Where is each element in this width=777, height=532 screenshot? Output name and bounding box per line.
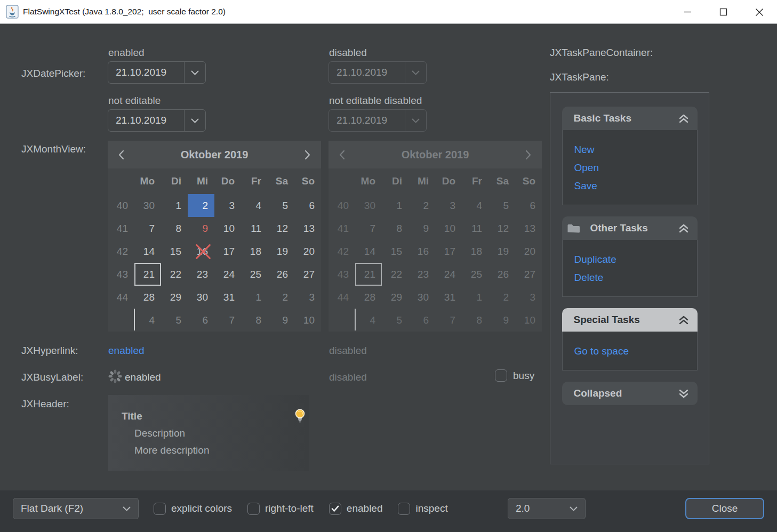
- day-cell[interactable]: 4: [241, 194, 268, 217]
- day-cell: 22: [382, 263, 408, 286]
- day-cell[interactable]: 4: [134, 309, 161, 332]
- theme-combobox[interactable]: Flat Dark (F2): [13, 498, 139, 519]
- double-chevron-down-icon[interactable]: [678, 389, 689, 398]
- taskpane-label: JXTaskPane:: [550, 71, 609, 83]
- week-number: 44: [329, 286, 355, 309]
- previous-month-icon[interactable]: [118, 150, 124, 160]
- task-link[interactable]: Duplicate: [574, 251, 697, 269]
- taskpane-header[interactable]: Special Tasks: [562, 308, 698, 332]
- application-window: FlatSwingXTest (Java 1.8.0_202; user sca…: [0, 0, 777, 532]
- close-window-button[interactable]: [741, 0, 777, 24]
- day-cell: 24: [435, 263, 462, 286]
- day-cell[interactable]: 20: [294, 240, 321, 263]
- day-cell[interactable]: 3: [294, 286, 321, 309]
- day-cell[interactable]: 24: [214, 263, 241, 286]
- taskpane-header[interactable]: Collapsed: [562, 382, 698, 405]
- day-cell[interactable]: 1: [161, 194, 188, 217]
- chevron-down-icon[interactable]: [184, 110, 205, 131]
- day-cell[interactable]: 18: [241, 240, 268, 263]
- day-cell[interactable]: 26: [268, 263, 294, 286]
- day-cell[interactable]: 27: [294, 263, 321, 286]
- day-cell[interactable]: 8: [161, 217, 188, 240]
- day-cell[interactable]: 9: [268, 309, 294, 332]
- titlebar[interactable]: FlatSwingXTest (Java 1.8.0_202; user sca…: [0, 0, 777, 24]
- day-cell[interactable]: 5: [161, 309, 188, 332]
- day-cell[interactable]: 30: [134, 194, 161, 217]
- checkbox-label: right-to-left: [265, 503, 314, 514]
- datepicker-enabled[interactable]: 21.10.2019: [108, 61, 206, 84]
- minimize-button[interactable]: [670, 0, 706, 24]
- day-cell[interactable]: 22: [161, 263, 188, 286]
- day-cell[interactable]: 17: [214, 240, 241, 263]
- task-link[interactable]: Go to space: [574, 342, 697, 360]
- day-cell[interactable]: 12: [268, 217, 294, 240]
- double-chevron-up-icon[interactable]: [678, 316, 689, 325]
- day-cell[interactable]: 15: [161, 240, 188, 263]
- day-cell[interactable]: 21: [134, 263, 161, 286]
- inspect-checkbox[interactable]: [398, 503, 410, 515]
- taskpane-title: Other Tasks: [590, 222, 678, 234]
- day-cell[interactable]: 28: [134, 286, 161, 309]
- chevron-down-icon[interactable]: [184, 62, 205, 83]
- day-cell[interactable]: 19: [268, 240, 294, 263]
- maximize-button[interactable]: [706, 0, 741, 24]
- next-month-icon[interactable]: [305, 150, 310, 160]
- day-cell[interactable]: 2: [268, 286, 294, 309]
- day-cell[interactable]: 3: [214, 194, 241, 217]
- day-cell[interactable]: 25: [241, 263, 268, 286]
- taskpane-header[interactable]: Other Tasks: [562, 216, 698, 240]
- day-cell[interactable]: 16: [188, 240, 214, 263]
- checkbox-label: enabled: [347, 503, 383, 514]
- day-cell[interactable]: 9: [188, 217, 214, 240]
- day-cell[interactable]: 6: [294, 194, 321, 217]
- day-cell: 17: [435, 240, 462, 263]
- day-cell[interactable]: 11: [241, 217, 268, 240]
- day-cell: 8: [382, 217, 408, 240]
- day-cell[interactable]: 1: [241, 286, 268, 309]
- previous-month-icon: [339, 150, 345, 160]
- day-cell: 11: [462, 217, 488, 240]
- hyperlink-enabled[interactable]: enabled: [108, 345, 145, 357]
- day-cell[interactable]: 2: [188, 194, 214, 217]
- day-cell: 27: [515, 263, 542, 286]
- date-value[interactable]: 21.10.2019: [108, 62, 184, 83]
- scale-combobox[interactable]: 2.0: [508, 498, 586, 519]
- busy-checkbox[interactable]: [495, 369, 507, 382]
- day-cell[interactable]: 10: [294, 309, 321, 332]
- close-button[interactable]: Close: [685, 498, 764, 519]
- monthview-enabled[interactable]: Oktober 2019MoDiMiDoFrSaSo40301234564178…: [108, 141, 321, 332]
- day-cell[interactable]: 6: [188, 309, 214, 332]
- busylabel-text: enabled: [125, 372, 161, 383]
- day-cell[interactable]: 31: [214, 286, 241, 309]
- task-link[interactable]: Open: [574, 159, 697, 177]
- weekday-label: Di: [161, 168, 188, 194]
- day-cell[interactable]: 30: [188, 286, 214, 309]
- theme-combobox-value: Flat Dark (F2): [21, 503, 83, 514]
- task-link[interactable]: Save: [574, 177, 697, 195]
- hyperlink-row-label: JXHyperlink:: [21, 345, 78, 357]
- weekday-header-row: MoDiMiDoFrSaSo: [329, 168, 542, 194]
- checkbox-group-enabled: enabled: [329, 503, 383, 515]
- datepicker-not-editable[interactable]: 21.10.2019: [108, 109, 206, 132]
- day-cell[interactable]: 10: [214, 217, 241, 240]
- day-cell[interactable]: 5: [268, 194, 294, 217]
- task-link[interactable]: Delete: [574, 269, 697, 287]
- calendar-week-row: 4030123456: [108, 194, 321, 217]
- task-link[interactable]: New: [574, 141, 697, 159]
- taskpane-title: Collapsed: [574, 388, 678, 399]
- day-cell[interactable]: 7: [134, 217, 161, 240]
- week-number: 44: [108, 286, 134, 309]
- day-cell[interactable]: 7: [214, 309, 241, 332]
- day-cell[interactable]: 13: [294, 217, 321, 240]
- double-chevron-up-icon[interactable]: [678, 114, 689, 123]
- date-value[interactable]: 21.10.2019: [108, 110, 184, 131]
- day-cell[interactable]: 29: [161, 286, 188, 309]
- day-cell[interactable]: 14: [134, 240, 161, 263]
- taskpane-header[interactable]: Basic Tasks: [562, 107, 698, 130]
- double-chevron-up-icon[interactable]: [678, 224, 689, 233]
- day-cell[interactable]: 8: [241, 309, 268, 332]
- enabled-checkbox[interactable]: [329, 503, 341, 515]
- right-to-left-checkbox[interactable]: [247, 503, 260, 515]
- explicit-colors-checkbox[interactable]: [154, 503, 166, 515]
- day-cell[interactable]: 23: [188, 263, 214, 286]
